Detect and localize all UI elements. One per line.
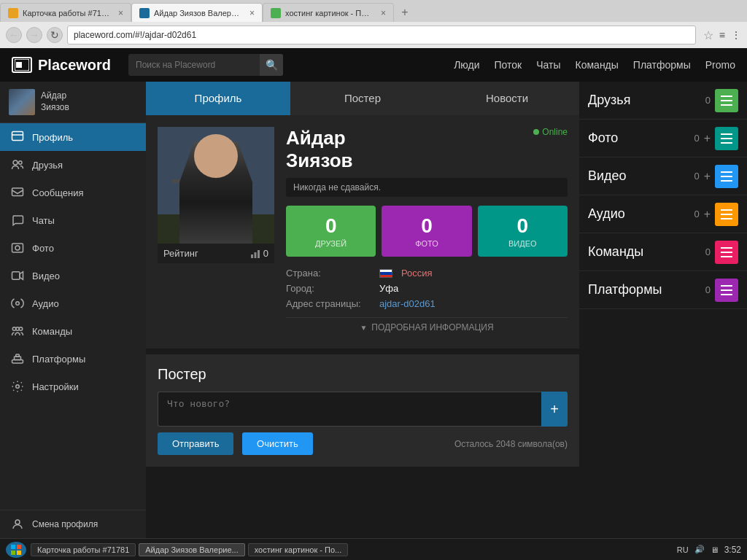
new-tab-button[interactable]: + <box>395 3 414 22</box>
sidebar-item-video[interactable]: Видео <box>0 262 146 289</box>
browser-controls: ← → ↻ placeword.com/#!/ajdar-d02d61 ☆ ≡ … <box>0 22 747 48</box>
nav-teams[interactable]: Команды <box>576 59 619 71</box>
widget-audio-add[interactable]: + <box>704 208 711 221</box>
settings-icon <box>10 379 25 394</box>
tab-1-close[interactable]: × <box>118 8 123 18</box>
sidebar-item-chats[interactable]: Чаты <box>0 206 146 234</box>
status-text: Никогда не сдавайся. <box>293 182 381 192</box>
widget-audio-title: Аудио <box>588 206 694 222</box>
browser-menu-icon[interactable]: ≡ <box>719 29 725 41</box>
tab-3-close[interactable]: × <box>381 8 386 18</box>
svg-point-5 <box>19 161 23 165</box>
svg-rect-21 <box>158 214 274 244</box>
chats-icon <box>10 213 25 228</box>
taskbar-item-0[interactable]: Карточка работы #71781 <box>31 543 136 556</box>
sidebar-item-teams[interactable]: Команды <box>0 317 146 345</box>
widget-friends-count: 0 <box>705 95 711 106</box>
svg-point-10 <box>16 302 20 306</box>
menu-lines-icon <box>721 247 732 257</box>
sidebar-item-messages[interactable]: Сообщения <box>0 179 146 206</box>
nav-platforms[interactable]: Платформы <box>633 59 691 71</box>
sidebar-item-audio-label: Аудио <box>32 298 59 309</box>
tab-2-close[interactable]: × <box>249 8 255 18</box>
tab-news[interactable]: Новости <box>435 82 579 115</box>
nav-chats[interactable]: Чаты <box>536 59 560 71</box>
start-button[interactable] <box>6 542 26 558</box>
bookmark-icon[interactable]: ☆ <box>703 28 713 42</box>
sidebar-item-messages-label: Сообщения <box>32 187 84 198</box>
tab-profile[interactable]: Профиль <box>146 82 290 115</box>
browser-tabs: Карточка работы #71781... × Айдар Зиязов… <box>0 0 747 22</box>
search-input[interactable] <box>128 60 260 70</box>
sidebar-item-photo[interactable]: Фото <box>0 234 146 262</box>
search-button[interactable]: 🔍 <box>260 54 283 76</box>
photo-icon <box>10 241 25 255</box>
tab-3-label: хостинг картинок - Поис... <box>285 9 374 18</box>
sidebar-item-friends[interactable]: Друзья <box>0 151 146 179</box>
widget-photo-title: Фото <box>588 131 694 146</box>
sidebar-user: Айдар Зиязов <box>0 82 146 123</box>
widget-platforms-title: Платформы <box>588 282 705 298</box>
taskbar-item-2[interactable]: хостинг картинок - По... <box>248 543 349 556</box>
widget-friends-menu[interactable] <box>715 89 738 112</box>
widget-platforms: Платформы 0 <box>579 271 747 309</box>
forward-button[interactable]: → <box>26 27 42 43</box>
tab-1-icon <box>8 8 18 18</box>
nav-promo[interactable]: Promo <box>705 59 735 71</box>
country-value: Россия <box>401 268 433 279</box>
stat-photos-label: ФОТО <box>390 239 462 248</box>
taskbar-item-1[interactable]: Айдар Зиязов Валерие... <box>139 543 244 556</box>
back-button[interactable]: ← <box>6 27 22 43</box>
tab-2-label: Айдар Зиязов Валериеви... <box>154 9 242 18</box>
address-value[interactable]: ajdar-d02d61 <box>379 298 436 309</box>
address-bar[interactable]: placeword.com/#!/ajdar-d02d61 <box>67 26 696 44</box>
widget-platforms-menu[interactable] <box>715 279 738 302</box>
main-content: Профиль Постер Новости <box>146 82 579 538</box>
svg-rect-7 <box>12 244 23 252</box>
rating-label: Рейтинг <box>163 248 198 259</box>
widget-teams-menu[interactable] <box>715 241 738 264</box>
address-label: Адрес страницы: <box>286 298 374 309</box>
switch-profile-label: Смена профиля <box>32 519 98 529</box>
svg-point-18 <box>15 520 20 524</box>
video-icon <box>10 268 25 283</box>
svg-point-26 <box>219 155 223 160</box>
tab-1[interactable]: Карточка работы #71781... × <box>0 3 131 22</box>
poster-submit-button[interactable]: Отправить <box>158 432 233 455</box>
profile-info: Айдар Зиязов Online Никогда не сдавайся.… <box>286 127 568 337</box>
volume-icon: 🔊 <box>694 545 705 554</box>
menu-lines-icon <box>721 96 732 106</box>
sidebar-item-profile[interactable]: Профиль <box>0 123 146 151</box>
svg-point-17 <box>16 385 20 389</box>
rating-number: 0 <box>263 248 268 259</box>
sidebar-item-settings[interactable]: Настройки <box>0 373 146 400</box>
widget-photo-add[interactable]: + <box>704 132 711 145</box>
online-text: Online <box>542 127 568 137</box>
widget-video-add[interactable]: + <box>704 170 711 183</box>
city-label: Город: <box>286 283 374 294</box>
nav-stream[interactable]: Поток <box>495 59 522 71</box>
tab-3[interactable]: хостинг картинок - Поис... × <box>263 3 394 22</box>
stat-photos-number: 0 <box>390 214 462 238</box>
widget-video-menu[interactable] <box>715 165 738 188</box>
widget-photo-count: 0 <box>694 133 699 144</box>
browser-settings-icon[interactable]: ⋮ <box>731 29 741 41</box>
svg-rect-6 <box>12 188 23 196</box>
poster-input[interactable] <box>158 392 541 427</box>
poster-clear-button[interactable]: Очистить <box>242 432 313 455</box>
logo-icon <box>12 57 32 73</box>
stat-friends-number: 0 <box>295 214 367 238</box>
tab-2[interactable]: Айдар Зиязов Валериеви... × <box>131 3 263 22</box>
widget-audio-menu[interactable] <box>715 203 738 226</box>
menu-lines-icon <box>721 133 732 144</box>
widget-photo-menu[interactable] <box>715 127 738 150</box>
more-info-button[interactable]: ▼ ПОДРОБНАЯ ИНФОРМАЦИЯ <box>286 317 568 337</box>
sidebar-item-switch-profile[interactable]: Смена профиля <box>0 510 146 538</box>
poster-attach-button[interactable]: + <box>541 392 568 427</box>
sidebar-item-audio[interactable]: Аудио <box>0 289 146 317</box>
refresh-button[interactable]: ↻ <box>47 27 63 43</box>
sidebar-item-platforms[interactable]: Платформы <box>0 345 146 373</box>
nav-people[interactable]: Люди <box>454 59 479 71</box>
online-dot <box>533 129 539 135</box>
tab-poster[interactable]: Постер <box>290 82 435 115</box>
